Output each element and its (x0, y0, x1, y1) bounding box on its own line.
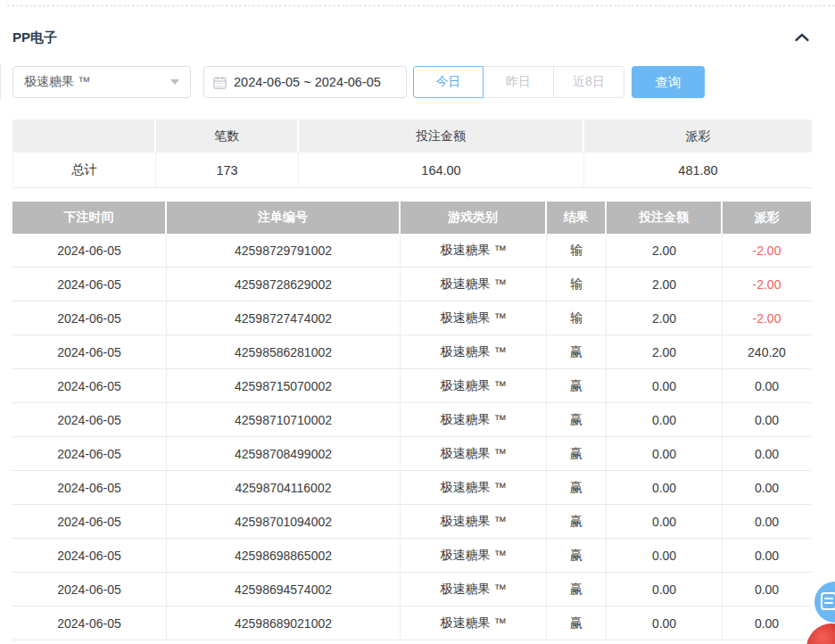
cell-bet-amount: 2.00 (607, 234, 723, 268)
cell-order-id: 42598708499002 (167, 437, 401, 471)
cell-bet-amount: 2.00 (607, 268, 723, 301)
summary-total-label: 总计 (12, 153, 156, 188)
summary-table: 笔数 投注金额 派彩 总计 173 164.00 481.80 (12, 120, 812, 188)
records-header-order-id: 注单编号 (167, 202, 401, 234)
records-header-bet-amount: 投注金额 (607, 202, 723, 234)
cell-order-id: 42598727474002 (167, 301, 401, 335)
cell-result: 赢 (547, 403, 607, 437)
query-button[interactable]: 查询 (632, 66, 705, 98)
date-range-value: 2024-06-05 ~ 2024-06-05 (234, 75, 381, 89)
table-row: 2024-06-05 42598689021002 极速糖果 ™ 赢 0.00 … (12, 607, 811, 640)
game-select[interactable]: 极速糖果 ™ (12, 66, 191, 98)
panel-header: PP电子 (12, 29, 810, 46)
records-header-bet-time: 下注时间 (12, 202, 167, 234)
table-row: 2024-06-05 42598729791002 极速糖果 ™ 输 2.00 … (12, 234, 811, 268)
cell-game-type: 极速糖果 ™ (401, 607, 547, 640)
cell-result: 赢 (547, 539, 607, 573)
cell-game-type: 极速糖果 ™ (401, 301, 547, 335)
cell-order-id: 42598698865002 (167, 539, 401, 573)
summary-total-payout: 481.80 (584, 153, 812, 188)
cell-result: 赢 (547, 471, 607, 505)
cell-bet-amount: 0.00 (607, 369, 723, 403)
cell-bet-amount: 0.00 (607, 539, 723, 573)
cell-order-id: 42598715070002 (167, 369, 401, 403)
cell-bet-time: 2024-06-05 (12, 437, 167, 471)
yesterday-button[interactable]: 昨日 (484, 66, 554, 98)
table-row: 2024-06-05 42598698865002 极速糖果 ™ 赢 0.00 … (12, 539, 811, 573)
cell-payout: 0.00 (723, 369, 811, 403)
today-button[interactable]: 今日 (413, 66, 484, 98)
cell-bet-amount: 0.00 (607, 573, 723, 607)
cell-bet-amount: 0.00 (607, 505, 723, 539)
table-row: 2024-06-05 42598586281002 极速糖果 ™ 赢 2.00 … (12, 335, 811, 369)
cell-order-id: 42598689021002 (167, 607, 401, 640)
cell-payout: 240.20 (723, 335, 811, 369)
cell-order-id: 42598701094002 (167, 505, 401, 539)
cell-payout: -2.00 (723, 268, 811, 301)
cell-bet-time: 2024-06-05 (12, 234, 167, 268)
cell-game-type: 极速糖果 ™ (401, 471, 547, 505)
cell-bet-time: 2024-06-05 (12, 505, 167, 539)
date-range-input[interactable]: 2024-06-05 ~ 2024-06-05 (203, 66, 407, 98)
cell-bet-amount: 0.00 (607, 437, 723, 471)
records-header-result: 结果 (547, 202, 607, 234)
cell-bet-amount: 2.00 (607, 301, 723, 335)
records-header-game-type: 游戏类别 (401, 202, 547, 234)
cell-payout: 0.00 (723, 403, 811, 437)
table-row: 2024-06-05 42598708499002 极速糖果 ™ 赢 0.00 … (12, 437, 811, 471)
cell-result: 赢 (547, 607, 607, 640)
top-dashed-divider (7, 5, 835, 6)
summary-total-count: 173 (156, 153, 299, 188)
cell-game-type: 极速糖果 ™ (401, 369, 547, 403)
cell-bet-time: 2024-06-05 (12, 335, 167, 369)
cell-game-type: 极速糖果 ™ (401, 539, 547, 573)
cell-order-id: 42598586281002 (167, 335, 401, 369)
cell-payout: 0.00 (723, 505, 811, 539)
cell-game-type: 极速糖果 ™ (401, 505, 547, 539)
cell-bet-amount: 0.00 (607, 471, 723, 505)
quick-date-button-group: 今日 昨日 近8日 (413, 66, 624, 98)
caret-down-icon (170, 79, 179, 85)
game-select-value: 极速糖果 ™ (24, 74, 90, 90)
cell-payout: 0.00 (723, 539, 811, 573)
calendar-icon (213, 76, 227, 89)
cell-bet-time: 2024-06-05 (12, 607, 167, 640)
cell-bet-time: 2024-06-05 (12, 369, 167, 403)
table-row: 2024-06-05 42598728629002 极速糖果 ™ 输 2.00 … (12, 268, 811, 301)
summary-header-row: 笔数 投注金额 派彩 (12, 120, 812, 153)
cell-bet-time: 2024-06-05 (12, 301, 167, 335)
cell-payout: 0.00 (723, 573, 811, 607)
cell-result: 输 (547, 301, 607, 335)
table-row: 2024-06-05 42598694574002 极速糖果 ™ 赢 0.00 … (12, 573, 811, 607)
cell-payout: -2.00 (723, 301, 811, 335)
records-header-row: 下注时间 注单编号 游戏类别 结果 投注金额 派彩 (12, 202, 811, 234)
cell-game-type: 极速糖果 ™ (401, 403, 547, 437)
summary-total-row: 总计 173 164.00 481.80 (12, 153, 812, 188)
filter-bar: 极速糖果 ™ 2024-06-05 ~ 2024-06-05 今日 昨日 近8日… (12, 66, 705, 98)
summary-total-bet-amount: 164.00 (299, 153, 584, 188)
cell-result: 赢 (547, 369, 607, 403)
cell-bet-time: 2024-06-05 (12, 539, 167, 573)
table-row: 2024-06-05 42598715070002 极速糖果 ™ 赢 0.00 … (12, 369, 811, 403)
cell-result: 赢 (547, 505, 607, 539)
cell-result: 输 (547, 268, 607, 301)
summary-header-blank (12, 120, 156, 153)
cell-game-type: 极速糖果 ™ (401, 573, 547, 607)
last8days-button[interactable]: 近8日 (554, 66, 624, 98)
cell-payout: 0.00 (723, 437, 811, 471)
table-row: 2024-06-05 42598727474002 极速糖果 ™ 输 2.00 … (12, 301, 811, 335)
table-row: 2024-06-05 42598710710002 极速糖果 ™ 赢 0.00 … (12, 403, 811, 437)
customer-service-button[interactable] (814, 582, 835, 623)
cell-result: 赢 (547, 437, 607, 471)
chevron-up-icon (794, 31, 810, 45)
records-header-payout: 派彩 (723, 202, 811, 234)
records-body: 2024-06-05 42598729791002 极速糖果 ™ 输 2.00 … (12, 234, 811, 640)
cell-order-id: 42598704116002 (167, 471, 401, 505)
left-edge-line (0, 64, 1, 100)
cell-bet-time: 2024-06-05 (12, 403, 167, 437)
cell-bet-time: 2024-06-05 (12, 471, 167, 505)
cell-bet-time: 2024-06-05 (12, 268, 167, 301)
collapse-button[interactable] (794, 31, 810, 45)
cell-payout: -2.00 (723, 234, 811, 268)
records-table: 下注时间 注单编号 游戏类别 结果 投注金额 派彩 2024-06-05 425… (12, 202, 811, 640)
